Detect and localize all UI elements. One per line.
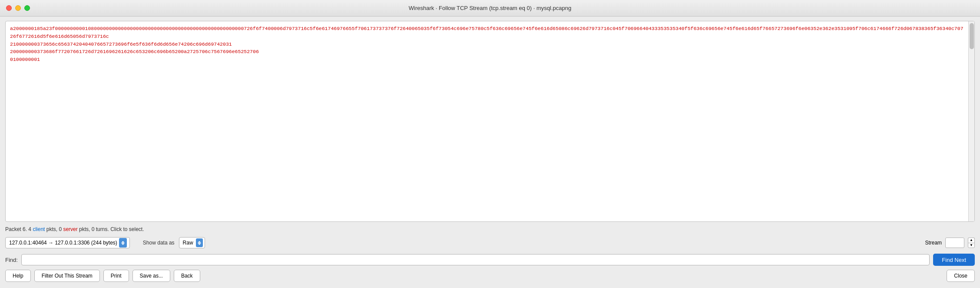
save-as-button[interactable]: Save as... xyxy=(132,270,170,282)
stream-selector-value: 127.0.0.1:40464 → 127.0.0.1:3306 (244 by… xyxy=(9,240,117,246)
help-button[interactable]: Help xyxy=(5,270,31,282)
stream-number-down[interactable]: ▼ xyxy=(968,243,975,248)
find-label: Find: xyxy=(5,257,18,263)
server-label: server xyxy=(63,226,77,232)
stream-label: Stream xyxy=(925,240,942,246)
window-controls xyxy=(6,5,30,11)
titlebar: Wireshark · Follow TCP Stream (tcp.strea… xyxy=(0,0,980,17)
back-button[interactable]: Back xyxy=(174,270,200,282)
window-title: Wireshark · Follow TCP Stream (tcp.strea… xyxy=(409,5,571,11)
stream-box: a2000000185a23f0000000000108000000000000… xyxy=(5,21,975,222)
show-data-as-value: Raw xyxy=(183,240,193,246)
stream-selector-spinner[interactable] xyxy=(119,238,127,248)
find-row: Find: Find Next xyxy=(5,253,975,266)
filter-out-button[interactable]: Filter Out This Stream xyxy=(34,270,100,282)
close-button[interactable]: Close xyxy=(947,270,975,282)
controls-row: 127.0.0.1:40464 → 127.0.0.1:3306 (244 by… xyxy=(5,236,975,250)
stream-scrollbar[interactable] xyxy=(968,21,974,221)
packet-info-text: Packet 6. 4 xyxy=(5,226,33,232)
stream-number-up[interactable]: ▲ xyxy=(968,238,975,243)
scrollbar-thumb[interactable] xyxy=(970,23,974,49)
maximize-window-button[interactable] xyxy=(24,5,30,11)
stream-content[interactable]: a2000000185a23f0000000000108000000000000… xyxy=(6,21,968,221)
stream-number-input[interactable]: 0 xyxy=(945,238,964,248)
show-data-as-select-wrap[interactable]: Raw xyxy=(179,237,205,248)
show-data-as-spinner[interactable] xyxy=(196,238,203,247)
packet-info-end: pkts, 0 turns. Click to select. xyxy=(78,226,144,232)
close-window-button[interactable] xyxy=(6,5,12,11)
stream-number-spinner: ▲ ▼ xyxy=(968,238,975,248)
print-button[interactable]: Print xyxy=(103,270,129,282)
main-content: a2000000185a23f0000000000108000000000000… xyxy=(0,17,980,288)
stream-selector[interactable]: 127.0.0.1:40464 → 127.0.0.1:3306 (244 by… xyxy=(5,237,130,248)
client-label: client xyxy=(33,226,45,232)
find-next-button[interactable]: Find Next xyxy=(933,254,975,266)
minimize-window-button[interactable] xyxy=(15,5,21,11)
bottom-row: Help Filter Out This Stream Print Save a… xyxy=(5,270,975,284)
packet-info-middle: pkts, 0 xyxy=(45,226,63,232)
stream-number-wrap: Stream 0 ▲ ▼ xyxy=(925,238,975,248)
show-data-as-label: Show data as xyxy=(143,240,175,246)
find-input[interactable] xyxy=(21,254,930,265)
packet-info: Packet 6. 4 client pkts, 0 server pkts, … xyxy=(5,226,975,232)
